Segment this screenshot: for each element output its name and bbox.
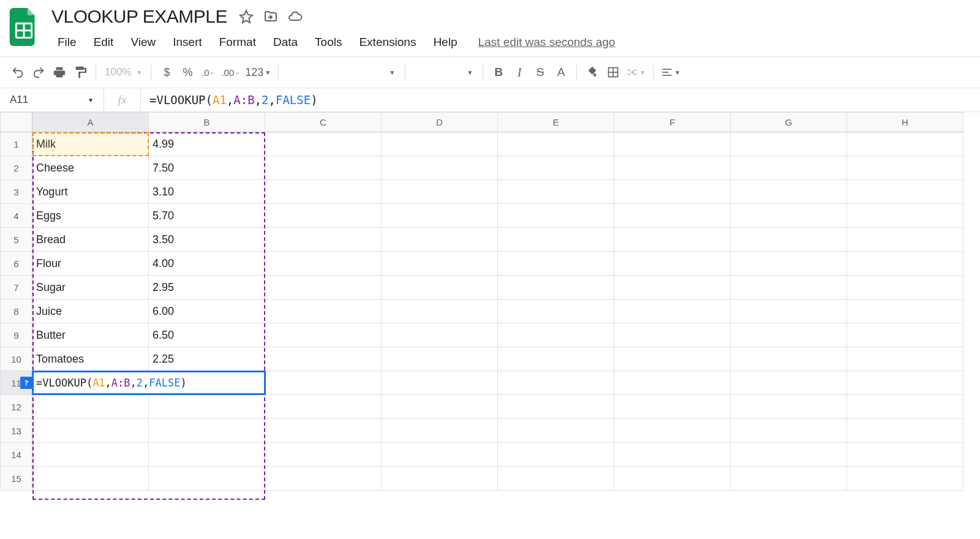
cell[interactable] [149, 467, 265, 491]
cell-A3[interactable]: Yogurt [32, 180, 149, 204]
cell[interactable] [498, 443, 614, 467]
cell[interactable] [614, 395, 731, 419]
print-icon[interactable] [49, 62, 70, 83]
cloud-status-icon[interactable] [287, 9, 303, 24]
cell[interactable] [382, 132, 498, 156]
strikethrough-button[interactable]: S [530, 62, 551, 83]
row-header[interactable]: 9 [1, 323, 32, 347]
cell[interactable] [614, 252, 731, 276]
cell[interactable] [731, 419, 847, 443]
text-color-button[interactable]: A [551, 62, 571, 83]
row-header[interactable]: 13 [1, 419, 32, 443]
spreadsheet-grid[interactable]: A B C D E F G H 1Milk4.99 2Cheese7.50 3Y… [0, 112, 980, 491]
align-icon[interactable]: ▼ [658, 62, 683, 83]
fill-color-icon[interactable] [582, 62, 603, 83]
cell[interactable] [614, 323, 731, 347]
cell[interactable] [498, 395, 614, 419]
number-format-dropdown[interactable]: 123▼ [243, 62, 273, 83]
cell[interactable] [847, 156, 963, 180]
cell[interactable] [614, 276, 731, 300]
cell[interactable] [614, 180, 731, 204]
cell[interactable] [498, 300, 614, 323]
cell[interactable] [847, 467, 963, 491]
cell[interactable] [382, 228, 498, 252]
cell[interactable] [731, 156, 847, 180]
move-icon[interactable] [263, 9, 279, 24]
cell[interactable] [731, 132, 847, 156]
font-size-dropdown[interactable]: ▼ [410, 62, 478, 83]
cell[interactable] [847, 323, 963, 347]
star-icon[interactable] [238, 9, 254, 24]
cell[interactable] [847, 347, 963, 371]
increase-decimal-button[interactable]: .00→ [219, 62, 243, 83]
formula-bar[interactable]: =VLOOKUP(A1, A:B, 2,FALSE) [141, 88, 980, 111]
cell[interactable] [265, 419, 382, 443]
cell[interactable] [614, 419, 731, 443]
active-cell-editor[interactable]: ? =VLOOKUP(A1, A:B, 2,FALSE) [32, 371, 266, 395]
cell[interactable] [498, 467, 614, 491]
column-header-E[interactable]: E [498, 113, 614, 132]
cell[interactable] [614, 228, 731, 252]
cell[interactable] [382, 300, 498, 323]
cell[interactable] [731, 300, 847, 323]
cell[interactable] [847, 252, 963, 276]
cell-B1[interactable]: 4.99 [149, 132, 265, 156]
cell[interactable] [265, 300, 382, 323]
cell[interactable] [265, 395, 382, 419]
menu-insert[interactable]: Insert [164, 32, 211, 53]
cell-B5[interactable]: 3.50 [149, 228, 265, 252]
cell-B10[interactable]: 2.25 [149, 347, 265, 371]
cell[interactable] [614, 156, 731, 180]
cell[interactable] [498, 132, 614, 156]
cell[interactable] [847, 419, 963, 443]
cell-B6[interactable]: 4.00 [149, 252, 265, 276]
merge-cells-icon[interactable]: ▼ [624, 62, 648, 83]
row-header[interactable]: 10 [1, 347, 32, 371]
cell[interactable] [32, 443, 149, 467]
cell-A4[interactable]: Eggs [32, 204, 149, 228]
cell[interactable] [614, 371, 731, 395]
column-header-G[interactable]: G [731, 113, 847, 132]
cell[interactable] [731, 204, 847, 228]
cell[interactable] [614, 300, 731, 323]
row-header[interactable]: 2 [1, 156, 32, 180]
menu-tools[interactable]: Tools [306, 32, 350, 53]
cell[interactable] [847, 204, 963, 228]
redo-icon[interactable] [28, 62, 49, 83]
row-header[interactable]: 7 [1, 276, 32, 300]
row-header[interactable]: 6 [1, 252, 32, 276]
row-header[interactable]: 12 [1, 395, 32, 419]
cell[interactable] [614, 467, 731, 491]
cell[interactable] [265, 323, 382, 347]
cell[interactable] [498, 419, 614, 443]
cell-B9[interactable]: 6.50 [149, 323, 265, 347]
column-header-A[interactable]: A [32, 113, 149, 132]
last-edit-link[interactable]: Last edit was seconds ago [478, 36, 615, 49]
cell[interactable] [614, 132, 731, 156]
cell[interactable] [731, 323, 847, 347]
decrease-decimal-button[interactable]: .0← [198, 62, 219, 83]
cell[interactable] [149, 443, 265, 467]
cell[interactable] [731, 180, 847, 204]
cell[interactable] [32, 419, 149, 443]
cell[interactable] [847, 443, 963, 467]
row-header[interactable]: 14 [1, 443, 32, 467]
cell[interactable] [614, 204, 731, 228]
cell[interactable] [847, 228, 963, 252]
cell[interactable] [498, 371, 614, 395]
column-header-H[interactable]: H [847, 113, 963, 132]
cell[interactable] [498, 228, 614, 252]
cell[interactable] [731, 252, 847, 276]
cell[interactable] [382, 395, 498, 419]
cell[interactable] [847, 371, 963, 395]
cell[interactable] [731, 347, 847, 371]
sheets-logo-icon[interactable] [7, 5, 40, 49]
cell[interactable] [498, 180, 614, 204]
name-box[interactable]: A11 ▼ [0, 88, 104, 111]
cell[interactable] [32, 395, 149, 419]
row-header[interactable]: 5 [1, 228, 32, 252]
cell[interactable] [265, 156, 382, 180]
cell[interactable] [498, 347, 614, 371]
cell[interactable] [382, 276, 498, 300]
cell[interactable] [382, 347, 498, 371]
